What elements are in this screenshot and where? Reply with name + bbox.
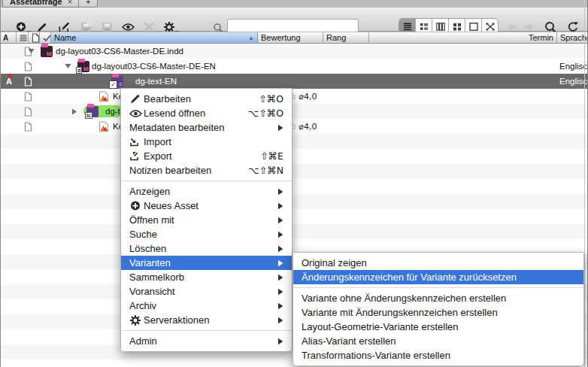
context-menu-item[interactable]: Sammelkorb [121, 270, 292, 284]
context-menu-item[interactable]: Lesend öffnen⌥⇧⌘O [121, 106, 292, 120]
menu-item-label: Transformations-Variante erstellen [302, 350, 450, 361]
eye-icon [122, 23, 135, 32]
menu-item-label: Variante ohne Änderungskennzeichen erste… [302, 293, 506, 304]
context-menu-item[interactable]: Archiv [121, 299, 292, 313]
empty-row [0, 194, 588, 209]
asset-row[interactable]: Koala05.jpg★★★★☆⌀4,0 [0, 119, 588, 134]
menu-item-shortcut: ⌥⇧⌘O [238, 108, 283, 119]
menu-item-label: Layout-Geometrie-Variante erstellen [302, 321, 459, 332]
rating-average: ⌀4,0 [299, 92, 317, 102]
file-icon-holder: Idd [77, 59, 89, 74]
asset-name-label: dg-layout03-CS6-Master-DE.indd [56, 44, 183, 59]
context-menu-item[interactable]: Neues Asset [121, 199, 292, 213]
column-label: Termin [529, 33, 553, 42]
context-menu-item[interactable]: Export⇧⌘E [121, 149, 292, 163]
page-icon [24, 74, 32, 89]
asset-row[interactable]: Koala05.jpg★★★★☆⌀4,0 [0, 89, 588, 104]
context-menu-item[interactable]: Voransicht [121, 284, 292, 299]
x-mark-icon [144, 22, 154, 32]
asset-row[interactable]: Ac✓dg-text-ENEnglisch [0, 74, 588, 89]
context-menu-item[interactable]: Import [121, 135, 292, 149]
context-menu-item[interactable]: Öffnen mit [121, 213, 292, 227]
rating-average: ⌀4,0 [299, 122, 317, 132]
tab-label: Assetabfrage [10, 0, 62, 6]
menu-item-shortcut: ⇧⌘O [248, 93, 283, 105]
variants-submenu-item[interactable]: Original zeigen [293, 256, 583, 270]
page-icon [24, 59, 32, 74]
column-header-check-icon[interactable] [40, 32, 51, 43]
asset-row[interactable]: Idddg-layout03-CS6-Master-DE-ENEnglisch [0, 59, 588, 74]
tab-assetabfrage[interactable]: Assetabfrage × [2, 0, 80, 8]
menu-item-shortcut: ⇧⌘E [250, 150, 283, 162]
context-menu-item[interactable]: Admin [121, 334, 292, 348]
column-header-list-lines-icon[interactable] [17, 32, 29, 43]
empty-row [0, 224, 588, 239]
menu-item-label: Öffnen mit [129, 214, 174, 226]
asset-name-label: dg-text-EN [135, 74, 177, 89]
column-header-sprache[interactable]: Sprache [557, 32, 588, 43]
submenu-arrow-icon [267, 231, 283, 238]
variants-submenu-item[interactable]: Transformations-Variante erstellen [293, 348, 583, 362]
variants-submenu-item[interactable]: Alias-Variant erstellen [293, 334, 583, 348]
context-menu-item[interactable]: Löschen [121, 241, 292, 256]
column-label: Name [54, 33, 76, 42]
menu-item-label: Import [144, 136, 171, 147]
submenu-arrow-icon [267, 245, 283, 253]
expand-triangle-icon[interactable] [65, 59, 71, 74]
menu-item-label: Neues Asset [144, 200, 199, 211]
context-menu-item[interactable]: Notizen bearbeiten⌥⇧⌘N [121, 163, 292, 177]
context-menu-item[interactable]: Anzeigen [121, 184, 292, 199]
variants-submenu-item[interactable]: Änderungskennzeichen für Variante zurück… [293, 270, 583, 284]
variants-submenu-separator [293, 287, 583, 288]
column-header-termin[interactable]: Termin [369, 32, 557, 43]
column-header-rang[interactable]: Rang [323, 32, 369, 43]
variants-submenu-item[interactable]: Layout-Geometrie-Variante erstellen [293, 320, 583, 334]
submenu-arrow-icon [267, 317, 283, 324]
expand-triangle-icon[interactable] [28, 44, 35, 59]
list-lines-icon [20, 35, 27, 41]
sort-arrow-icon: ▲ [248, 35, 254, 41]
column-header-name[interactable]: Name▲ [51, 32, 258, 43]
check-icon [43, 35, 51, 41]
menu-item-shortcut: ⌥⇧⌘N [238, 165, 283, 176]
page-icon [24, 119, 32, 134]
panel-left-edge [0, 0, 1, 367]
column-header-a-status-icon[interactable]: A [0, 32, 17, 43]
collapse-triangle-icon[interactable] [71, 104, 77, 119]
page-icon [24, 104, 32, 119]
context-menu-item[interactable]: Varianten [121, 256, 292, 270]
a-red-status-icon: A [4, 74, 14, 89]
column-label: Bewertung [261, 33, 301, 42]
variants-submenu: Original zeigenÄnderungskennzeichen für … [292, 252, 584, 366]
a-status-icon: A [3, 34, 8, 42]
tab-add[interactable]: + [78, 0, 98, 8]
column-header-page-icon[interactable] [29, 32, 40, 43]
export-icon [129, 151, 144, 161]
tab-close-icon[interactable]: × [68, 0, 72, 6]
menu-item-label: Export [144, 150, 172, 162]
indesign-file-icon: Id [41, 46, 53, 57]
menu-item-label: Anzeigen [129, 186, 170, 197]
seg-details-icon [420, 23, 429, 31]
seg-columns-icon [436, 23, 445, 31]
asset-row[interactable]: Icdg-text-03 [0, 104, 588, 119]
page-icon [32, 33, 40, 43]
context-menu-item[interactable]: Suche [121, 227, 292, 241]
context-menu-item[interactable]: Metadaten bearbeiten [121, 120, 292, 135]
context-menu-separator [121, 180, 292, 181]
variants-submenu-item[interactable]: Variante mit Änderungskennzeichen erstel… [293, 305, 583, 320]
variants-submenu-item[interactable]: Variante ohne Änderungskennzeichen erste… [293, 291, 583, 305]
arrow-right-icon [523, 22, 535, 32]
context-menu-item[interactable]: Bearbeiten⇧⌘O [121, 92, 292, 106]
asset-name-label: dg-layout03-CS6-Master-DE-EN [92, 59, 216, 74]
seg-fit-icon [486, 23, 495, 31]
column-header-bewertung[interactable]: Bewertung [258, 32, 323, 43]
pencil-icon [129, 93, 144, 105]
language-cell: Englisch [557, 59, 588, 74]
gear-icon [129, 314, 144, 326]
eye-icon [129, 109, 144, 118]
context-menu-item[interactable]: Serveraktionen [121, 313, 292, 327]
page-icon [24, 89, 32, 104]
asset-row[interactable]: Iddg-layout03-CS6-Master-DE.indd [0, 44, 588, 59]
context-menu-separator [121, 330, 292, 331]
